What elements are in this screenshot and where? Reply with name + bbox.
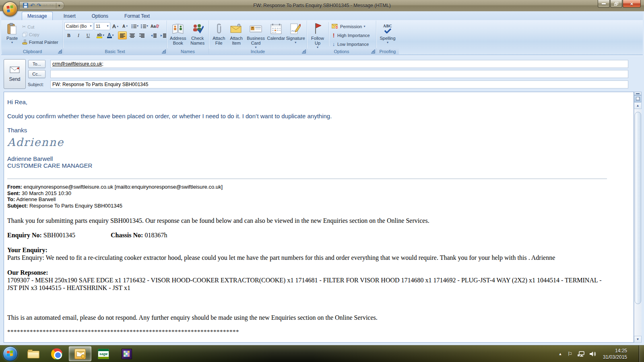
attach-item-button[interactable]: Attach Item (227, 21, 245, 46)
cut-label: Cut (27, 25, 34, 29)
font-name-combo[interactable]: Calibri (Bo ▾ (64, 22, 93, 30)
clear-formatting-button[interactable]: Aa (150, 22, 159, 30)
numbering-dropdown-icon: ▾ (147, 25, 148, 27)
attach-file-button[interactable]: Attach File (210, 21, 227, 46)
subject-input[interactable] (52, 81, 626, 88)
tab-message[interactable]: Message (22, 12, 53, 20)
format-painter-button[interactable]: Format Painter (21, 38, 60, 46)
cc-field[interactable] (50, 70, 628, 78)
highlight-icon: ab (97, 33, 102, 38)
scroll-down-button[interactable]: ▼ (634, 336, 642, 343)
ruler-toggle-icon (636, 97, 640, 101)
font-color-button[interactable]: A ▾ (106, 31, 115, 39)
show-hidden-icons-icon[interactable]: ▲ (559, 352, 562, 356)
save-icon[interactable] (23, 3, 28, 8)
clipboard-group-label: Clipboard (23, 49, 42, 54)
automated-note: This is an automated email, please do no… (7, 314, 607, 321)
highlight-button[interactable]: ab ▾ (96, 31, 105, 39)
subject-field[interactable] (50, 80, 628, 88)
taskbar: sage ▲ ⚐ 14:25 31/03/2015 (0, 345, 644, 362)
message-body-area: Hi Rea, Could you confirm whether these … (1, 91, 643, 343)
clipboard-dialog-launcher-icon[interactable] (58, 49, 62, 53)
tab-format-text[interactable]: Format Text (119, 12, 155, 20)
options-dialog-launcher-icon[interactable] (371, 49, 375, 53)
bullets-button[interactable]: ▾ (130, 22, 139, 30)
ruler-toggle-button[interactable] (634, 95, 642, 102)
close-button[interactable]: × (623, 0, 641, 8)
shrink-font-button[interactable]: A▼ (121, 22, 130, 30)
taskbar-item-outlook[interactable] (69, 346, 91, 361)
business-card-button[interactable]: Business Card ▾ (245, 21, 266, 49)
minimize-button[interactable] (598, 0, 610, 8)
paste-button[interactable]: Paste ▾ (3, 21, 21, 46)
split-handle[interactable] (634, 92, 642, 95)
check-names-button[interactable]: Check Names (188, 21, 208, 46)
numbering-button[interactable]: ▾ (140, 22, 149, 30)
copy-button[interactable]: Copy (21, 31, 60, 38)
spelling-button[interactable]: ABC Spelling ▾ (378, 21, 398, 46)
cc-input[interactable] (52, 70, 626, 78)
tab-options[interactable]: Options (87, 12, 114, 20)
follow-up-button[interactable]: Follow Up ▾ (308, 21, 327, 49)
quoted-header: From: enquirynoresponse@swiftleisure.co.… (7, 184, 607, 209)
cut-button[interactable]: ✂ Cut (21, 23, 60, 31)
send-button[interactable]: Send (4, 59, 26, 89)
include-dialog-launcher-icon[interactable] (302, 49, 306, 53)
scrollbar-track[interactable] (634, 109, 642, 336)
office-button[interactable] (2, 1, 18, 16)
highlight-dropdown-icon: ▾ (103, 34, 104, 37)
bold-button[interactable]: B (64, 31, 73, 39)
taskbar-item-explorer[interactable] (22, 346, 45, 361)
restore-button[interactable] (610, 0, 622, 8)
redo-icon[interactable]: ↷ (37, 3, 41, 8)
increase-indent-icon (161, 33, 166, 38)
taskbar-item-chrome[interactable] (45, 346, 68, 361)
basic-text-dialog-launcher-icon[interactable] (162, 49, 166, 53)
tab-insert[interactable]: Insert (58, 12, 81, 20)
format-painter-icon (22, 39, 27, 45)
italic-button[interactable]: I (74, 31, 83, 39)
underline-button[interactable]: U (84, 31, 93, 39)
to-field[interactable]: crm@swiftleisure.co.uk; (50, 60, 628, 68)
taskbar-item-sage[interactable]: sage (92, 346, 115, 361)
taskbar-item-app-grid[interactable] (116, 346, 138, 361)
high-importance-button[interactable]: ! High Importance (330, 31, 371, 39)
to-recipient[interactable]: crm@swiftleisure.co.uk; (52, 61, 103, 67)
calendar-button[interactable]: Calendar (266, 21, 285, 46)
proofing-group-label: Proofing (380, 49, 396, 54)
increase-indent-button[interactable] (159, 31, 168, 39)
previous-item-icon[interactable]: ↩ (43, 3, 47, 8)
start-button[interactable] (3, 346, 18, 361)
scrollbar-thumb[interactable] (635, 112, 641, 304)
compose-canvas[interactable]: Hi Rea, Could you confirm whether these … (4, 92, 634, 343)
grow-font-button[interactable]: A▲ (111, 22, 120, 30)
align-right-button[interactable] (137, 31, 146, 39)
taskbar-clock[interactable]: 14:25 31/03/2015 (592, 348, 627, 360)
align-left-button[interactable] (118, 31, 127, 39)
sage-icon: sage (98, 349, 109, 359)
undo-icon[interactable]: ↶ (30, 3, 35, 8)
next-item-icon[interactable]: ↪ (50, 3, 54, 8)
close-icon: × (630, 1, 634, 7)
low-importance-button[interactable]: ↓ Low Importance (330, 40, 371, 48)
action-center-flag-icon[interactable]: ⚐ (567, 351, 572, 357)
scroll-up-button[interactable]: ▲ (634, 102, 642, 109)
show-desktop-button[interactable] (639, 346, 644, 362)
group-clipboard: Paste ▾ ✂ Cut Copy (2, 21, 63, 54)
font-size-combo[interactable]: 11 ▾ (94, 22, 110, 30)
align-center-icon (130, 33, 135, 38)
copy-label: Copy (29, 32, 39, 37)
customize-qat-icon[interactable]: ▾ (58, 4, 60, 8)
network-icon[interactable] (578, 351, 584, 357)
decrease-indent-button[interactable] (149, 31, 158, 39)
signature-button[interactable]: Signature ▾ (286, 21, 305, 46)
permission-button[interactable]: Permission ▾ (330, 23, 371, 30)
high-importance-label: High Importance (337, 33, 370, 38)
to-button[interactable]: To... (28, 60, 45, 68)
signature-role: CUSTOMER CARE MANAGER (7, 162, 607, 169)
attach-file-icon (216, 22, 222, 35)
cc-button[interactable]: Cc... (28, 70, 45, 78)
align-center-button[interactable] (128, 31, 136, 39)
address-book-button[interactable]: Address Book (168, 21, 188, 46)
font-name-value: Calibri (Bo (66, 24, 89, 29)
